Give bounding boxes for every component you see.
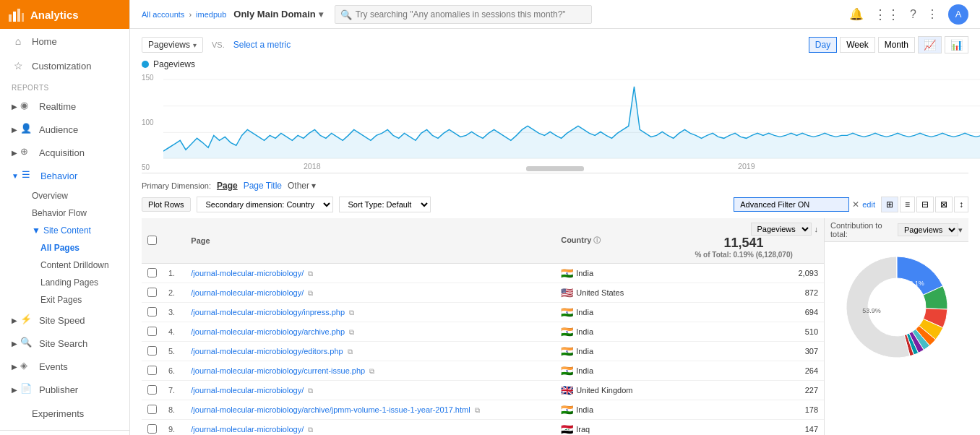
filter-input[interactable] [734, 197, 849, 212]
sidebar-item-site-speed[interactable]: ▶ ⚡ Site Speed [0, 309, 129, 332]
week-btn[interactable]: Week [840, 37, 874, 53]
open-page-icon[interactable]: ⧉ [475, 406, 480, 414]
open-page-icon[interactable]: ⧉ [349, 328, 354, 336]
lifetime-view-btn[interactable]: ↕ [954, 197, 968, 212]
pie-chart: 18.1%53.9%7.6%6% [839, 249, 955, 365]
topbar: All accounts › imedpub Only Main Domain … [130, 0, 980, 29]
sidebar-item-behavior[interactable]: ▼ ☰ Behavior [0, 164, 129, 187]
row-checkbox-cell [142, 264, 163, 283]
dimension-label: Primary Dimension: [142, 181, 211, 190]
month-btn[interactable]: Month [878, 37, 915, 53]
chart-toolbar: Pageviews ▾ VS. Select a metric Day Week… [142, 36, 968, 53]
help-icon[interactable]: ? [910, 8, 916, 21]
metric-select[interactable]: Pageviews ▾ [142, 37, 203, 53]
page-link[interactable]: /journal-molecular-microbiology/ [191, 386, 304, 395]
open-page-icon[interactable]: ⧉ [369, 367, 374, 375]
sidebar-item-site-search[interactable]: ▶ 🔍 Site Search [0, 332, 129, 355]
sidebar-item-all-pages[interactable]: All Pages [0, 239, 129, 257]
sidebar-item-behavior-flow[interactable]: Behavior Flow [0, 204, 129, 222]
sidebar-item-landing-pages[interactable]: Landing Pages [0, 274, 129, 291]
page-link[interactable]: /journal-molecular-microbiology/ [191, 288, 304, 297]
row-checkbox[interactable] [147, 366, 157, 375]
comparison-view-btn[interactable]: ⊟ [916, 197, 934, 212]
sidebar-item-customization[interactable]: ☆ Customization [0, 53, 129, 78]
secondary-dim-select[interactable]: Secondary dimension: Country [197, 197, 333, 212]
sidebar-item-experiments[interactable]: Experiments [0, 401, 129, 426]
filter-close-icon[interactable]: ✕ [852, 199, 859, 210]
plot-rows-btn[interactable]: Plot Rows [142, 197, 191, 212]
pie-container: 18.1%53.9%7.6%6% [825, 242, 968, 372]
performance-view-btn[interactable]: ≡ [900, 197, 915, 212]
row-checkbox[interactable] [147, 385, 157, 395]
sidebar-item-acquisition[interactable]: ▶ ⊕ Acquisition [0, 141, 129, 164]
table-view-btn[interactable]: ⊞ [881, 197, 898, 212]
day-btn[interactable]: Day [809, 37, 837, 53]
open-page-icon[interactable]: ⧉ [348, 348, 353, 356]
row-country: 🇮🇳 India [555, 342, 663, 361]
svg-text:2019: 2019 [738, 162, 755, 171]
sidebar-item-events[interactable]: ▶ ◈ Events [0, 355, 129, 378]
scroll-thumb[interactable] [526, 166, 584, 171]
acquisition-icon: ⊕ [20, 146, 33, 159]
row-page: /journal-molecular-microbiology/editors.… [185, 342, 555, 361]
open-page-icon[interactable]: ⧉ [308, 426, 313, 434]
open-page-icon[interactable]: ⧉ [349, 309, 354, 316]
notifications-icon[interactable]: 🔔 [849, 7, 864, 21]
bar-chart-btn[interactable]: 📊 [945, 36, 968, 53]
search-input[interactable] [335, 5, 592, 24]
filter-edit-btn[interactable]: edit [862, 200, 875, 209]
page-link[interactable]: /journal-molecular-microbiology/editors.… [191, 347, 343, 356]
dimension-page-title[interactable]: Page Title [244, 181, 282, 191]
sidebar-item-realtime[interactable]: ▶ ◉ Realtime [0, 95, 129, 118]
sidebar-item-publisher[interactable]: ▶ 📄 Publisher [0, 378, 129, 401]
row-checkbox[interactable] [147, 307, 157, 316]
row-checkbox[interactable] [147, 424, 157, 434]
contrib-metric-select[interactable]: Pageviews [898, 223, 958, 236]
row-checkbox[interactable] [147, 346, 157, 356]
contrib-dropdown-icon: ▾ [958, 225, 963, 235]
legend-label: Pageviews [153, 59, 195, 69]
row-checkbox[interactable] [147, 268, 157, 277]
avatar[interactable]: A [948, 4, 968, 25]
sidebar-item-home[interactable]: ⌂ Home [0, 29, 129, 53]
line-chart-btn[interactable]: 📈 [918, 36, 942, 53]
pivot-view-btn[interactable]: ⊠ [935, 197, 953, 212]
country-info-icon[interactable]: ⓘ [593, 236, 601, 244]
realtime-label: Realtime [39, 101, 76, 112]
sidebar-item-exit-pages[interactable]: Exit Pages [0, 291, 129, 309]
select-all-checkbox[interactable] [147, 236, 157, 245]
row-page: /journal-molecular-microbiology/ ⧉ [185, 420, 555, 436]
sidebar-item-site-content[interactable]: ▼ Site Content [0, 222, 129, 239]
open-page-icon[interactable]: ⧉ [308, 289, 313, 297]
page-link[interactable]: /journal-molecular-microbiology/archive.… [191, 327, 345, 336]
apps-icon[interactable]: ⋮⋮ [874, 7, 900, 22]
row-pageviews: 694 [663, 303, 824, 322]
breadcrumb-property: imedpub [196, 10, 226, 19]
country-name: India [576, 347, 593, 356]
pageviews-metric-select[interactable]: Pageviews [751, 223, 812, 236]
sidebar-item-overview[interactable]: Overview [0, 187, 129, 204]
breadcrumb-all: All accounts [142, 10, 184, 19]
property-dropdown-icon[interactable]: ▾ [319, 9, 323, 20]
more-icon[interactable]: ⋮ [927, 7, 938, 21]
sort-type-select[interactable]: Sort Type: Default [339, 197, 431, 212]
open-page-icon[interactable]: ⧉ [308, 270, 313, 277]
page-link[interactable]: /journal-molecular-microbiology/ [191, 269, 304, 277]
sidebar-item-content-drilldown[interactable]: Content Drilldown [0, 257, 129, 274]
page-link[interactable]: /journal-molecular-microbiology/inpress.… [191, 308, 345, 316]
open-page-icon[interactable]: ⧉ [308, 387, 313, 395]
country-flag: 🇮🇳 [561, 326, 573, 337]
page-link[interactable]: /journal-molecular-microbiology/ [191, 425, 304, 434]
country-name: United States [576, 288, 624, 297]
dimension-page[interactable]: Page [217, 181, 238, 191]
row-checkbox[interactable] [147, 327, 157, 336]
sidebar-item-audience[interactable]: ▶ 👤 Audience [0, 118, 129, 141]
row-checkbox[interactable] [147, 288, 157, 297]
dimension-other[interactable]: Other ▾ [288, 181, 316, 191]
row-checkbox[interactable] [147, 405, 157, 414]
page-link[interactable]: /journal-molecular-microbiology/current-… [191, 366, 365, 375]
select-metric-btn[interactable]: Select a metric [233, 40, 291, 50]
page-link[interactable]: /journal-molecular-microbiology/archive/… [191, 405, 470, 414]
sort-desc-icon[interactable]: ↓ [814, 225, 819, 233]
row-country: 🇮🇳 India [555, 361, 663, 381]
